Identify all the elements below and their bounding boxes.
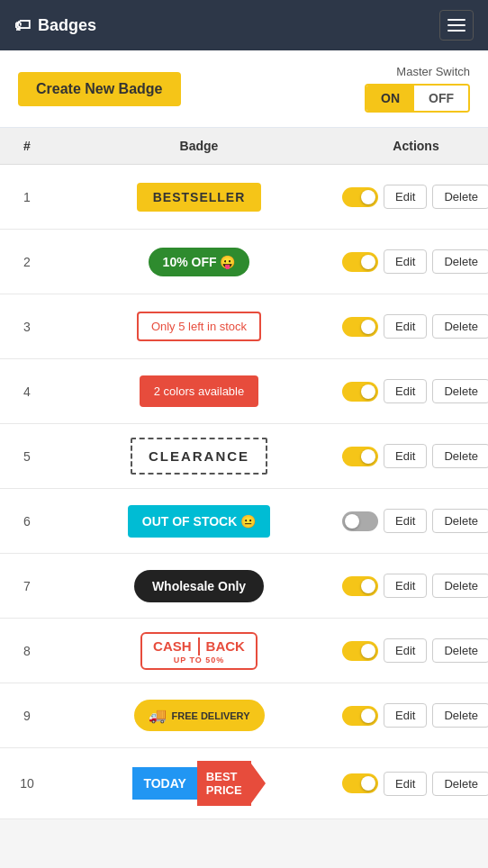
row-4-actions: Edit Delete <box>344 379 488 403</box>
master-switch-off[interactable]: OFF <box>414 86 468 111</box>
bestprice-best-text: BESTPRICE <box>197 761 251 806</box>
row-9-toggle[interactable] <box>342 706 378 726</box>
table-row: 10 TODAY BESTPRICE Edit Delete <box>0 748 488 819</box>
master-switch-toggle[interactable]: ON OFF <box>365 84 470 113</box>
table-row: 8 CASH BACK UP TO 50% Edit Delete <box>0 619 488 683</box>
delivery-icon: 🚚 <box>149 707 167 724</box>
row-3-badge: Only 5 left in stock <box>54 308 344 345</box>
10off-badge: 10% OFF 😛 <box>149 248 250 276</box>
master-switch-label: Master Switch <box>396 65 470 78</box>
col-actions: Actions <box>344 139 488 153</box>
bestprice-badge: TODAY BESTPRICE <box>132 761 265 806</box>
app-title: Badges <box>38 16 96 35</box>
hamburger-line <box>447 30 465 32</box>
delivery-text: FREE DELIVERY <box>172 710 250 721</box>
hamburger-line <box>447 24 465 26</box>
row-10-number: 10 <box>0 776 54 791</box>
menu-button[interactable] <box>439 10 474 41</box>
row-6-actions: Edit Delete <box>344 509 488 533</box>
row-1-edit-button[interactable]: Edit <box>384 185 427 209</box>
table-row: 1 BESTSELLER Edit Delete <box>0 165 488 230</box>
row-9-number: 9 <box>0 709 54 723</box>
row-7-delete-button[interactable]: Delete <box>432 574 488 598</box>
col-number: # <box>0 139 54 153</box>
brand-icon: 🏷 <box>14 16 31 35</box>
row-5-toggle[interactable] <box>342 447 378 466</box>
table-row: 9 🚚 FREE DELIVERY Edit Delete <box>0 683 488 748</box>
row-9-delete-button[interactable]: Delete <box>432 703 488 728</box>
row-2-delete-button[interactable]: Delete <box>432 249 488 274</box>
row-8-edit-button[interactable]: Edit <box>384 638 427 663</box>
toolbar: Create New Badge Master Switch ON OFF <box>0 50 488 128</box>
row-4-number: 4 <box>0 384 54 399</box>
table-row: 5 CLEARANCE Edit Delete <box>0 424 488 489</box>
row-2-toggle[interactable] <box>342 252 378 272</box>
row-6-delete-button[interactable]: Delete <box>432 509 488 533</box>
row-5-edit-button[interactable]: Edit <box>384 444 427 468</box>
row-2-number: 2 <box>0 255 54 269</box>
row-1-actions: Edit Delete <box>344 185 488 209</box>
row-7-badge: Wholesale Only <box>54 566 344 606</box>
row-6-number: 6 <box>0 514 54 529</box>
row-8-delete-button[interactable]: Delete <box>432 638 488 663</box>
cashback-badge: CASH BACK UP TO 50% <box>140 632 258 670</box>
row-3-number: 3 <box>0 320 54 334</box>
master-switch-on[interactable]: ON <box>366 86 414 111</box>
row-2-actions: Edit Delete <box>344 249 488 274</box>
hamburger-line <box>447 19 465 21</box>
row-2-edit-button[interactable]: Edit <box>384 249 427 274</box>
stock-badge: Only 5 left in stock <box>137 312 261 341</box>
row-5-number: 5 <box>0 449 54 464</box>
app-header: 🏷 Badges <box>0 0 488 50</box>
clearance-badge: CLEARANCE <box>131 438 267 475</box>
row-5-delete-button[interactable]: Delete <box>432 444 488 468</box>
cashback-divider <box>198 637 200 656</box>
row-7-actions: Edit Delete <box>344 574 488 598</box>
row-10-badge: TODAY BESTPRICE <box>54 757 344 809</box>
row-6-toggle[interactable] <box>342 511 378 531</box>
table-row: 2 10% OFF 😛 Edit Delete <box>0 230 488 294</box>
bestseller-badge: BESTSELLER <box>137 183 262 212</box>
row-7-edit-button[interactable]: Edit <box>384 574 427 598</box>
row-10-edit-button[interactable]: Edit <box>384 772 427 796</box>
row-4-edit-button[interactable]: Edit <box>384 379 427 403</box>
cashback-back-text: BACK <box>206 638 245 654</box>
row-7-toggle[interactable] <box>342 576 378 596</box>
row-9-actions: Edit Delete <box>344 703 488 728</box>
row-1-toggle[interactable] <box>342 187 378 207</box>
colors-badge: 2 colors available <box>140 375 258 407</box>
row-8-toggle[interactable] <box>342 641 378 661</box>
row-3-delete-button[interactable]: Delete <box>432 314 488 339</box>
row-2-badge: 10% OFF 😛 <box>54 244 344 280</box>
row-6-edit-button[interactable]: Edit <box>384 509 427 533</box>
delivery-badge: 🚚 FREE DELIVERY <box>134 700 265 731</box>
create-new-badge-button[interactable]: Create New Badge <box>18 72 181 106</box>
row-10-delete-button[interactable]: Delete <box>432 772 488 796</box>
table-row: 3 Only 5 left in stock Edit Delete <box>0 294 488 359</box>
col-badge: Badge <box>54 139 344 153</box>
row-3-edit-button[interactable]: Edit <box>384 314 427 339</box>
row-5-badge: CLEARANCE <box>54 434 344 478</box>
brand: 🏷 Badges <box>14 16 96 35</box>
cashback-sub-text: UP TO 50% <box>174 656 225 665</box>
table-row: 6 OUT OF STOCK 😐 Edit Delete <box>0 489 488 554</box>
row-10-actions: Edit Delete <box>344 772 488 796</box>
row-5-actions: Edit Delete <box>344 444 488 468</box>
row-6-badge: OUT OF STOCK 😐 <box>54 502 344 541</box>
row-1-delete-button[interactable]: Delete <box>432 185 488 209</box>
badges-table: # Badge Actions 1 BESTSELLER Edit Delete… <box>0 128 488 819</box>
row-9-badge: 🚚 FREE DELIVERY <box>54 696 344 735</box>
outofstock-badge: OUT OF STOCK 😐 <box>128 505 270 538</box>
row-10-toggle[interactable] <box>342 773 378 793</box>
row-4-toggle[interactable] <box>342 382 378 402</box>
master-switch-group: Master Switch ON OFF <box>365 65 470 113</box>
row-8-number: 8 <box>0 644 54 658</box>
row-3-toggle[interactable] <box>342 317 378 337</box>
cashback-cash-text: CASH <box>153 638 192 654</box>
row-9-edit-button[interactable]: Edit <box>384 703 427 728</box>
row-7-number: 7 <box>0 579 54 593</box>
row-3-actions: Edit Delete <box>344 314 488 339</box>
row-4-delete-button[interactable]: Delete <box>432 379 488 403</box>
table-row: 7 Wholesale Only Edit Delete <box>0 554 488 619</box>
row-1-number: 1 <box>0 190 54 204</box>
